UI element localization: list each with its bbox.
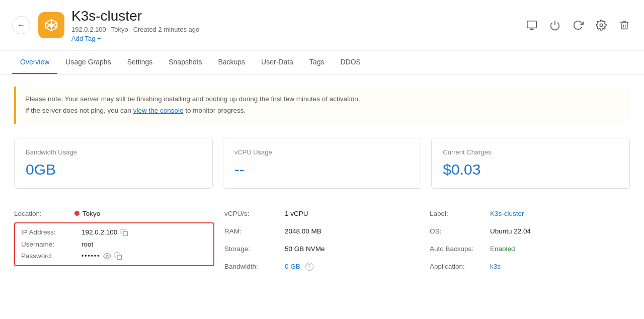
vcpu-label: vCPU Usage (234, 148, 410, 156)
info-col-3: Label: K3s-cluster OS: Ubuntu 22.04 Auto… (425, 205, 630, 276)
ip-label: IP Address: (21, 228, 82, 236)
console-link[interactable]: view the console (133, 107, 184, 114)
svg-line-4 (53, 26, 57, 28)
tab-ddos[interactable]: DDOS (332, 51, 368, 74)
show-password-icon[interactable] (103, 252, 111, 260)
svg-rect-11 (123, 231, 128, 236)
password-copy-icon[interactable] (114, 252, 122, 260)
svg-line-5 (53, 23, 57, 25)
charges-label: Current Charges (443, 148, 618, 156)
tab-backups[interactable]: Backups (210, 51, 253, 74)
os-value: Ubuntu 22.04 (490, 227, 531, 235)
charges-value: $0.03 (443, 161, 618, 178)
ram-row: RAM: 2048.00 MB (224, 222, 420, 240)
location-label: Location: (14, 210, 74, 217)
bandwidth-info-label: Bandwidth: (224, 263, 285, 270)
charges-card: Current Charges $0.03 (431, 138, 630, 189)
ip-copy-icon[interactable] (120, 228, 128, 236)
application-row: Application: k3s (430, 258, 625, 275)
bandwidth-card: Bandwidth Usage 0GB (14, 138, 213, 189)
bandwidth-help-icon[interactable]: ? (305, 263, 313, 271)
storage-row: Storage: 50 GB NVMe (224, 240, 420, 258)
ip-box: IP Address: 192.0.2.100 Username: root (14, 222, 214, 266)
refresh-button[interactable] (571, 18, 586, 33)
header-actions (524, 18, 632, 33)
bandwidth-link[interactable]: 0 GB (285, 263, 300, 270)
auto-backups-value[interactable]: Enabled (490, 245, 515, 253)
label-row: Label: K3s-cluster (430, 205, 625, 222)
server-created: Created 2 minutes ago (133, 26, 200, 33)
label-label: Label: (430, 210, 490, 217)
vcpu-card: vCPU Usage -- (223, 138, 422, 189)
back-button[interactable]: ← (12, 16, 30, 34)
username-label: Username: (21, 241, 82, 248)
application-label: Application: (430, 263, 490, 270)
password-row: Password: •••••• (21, 250, 207, 262)
server-meta: 192.0.2.100 Tokyo Created 2 minutes ago (71, 26, 524, 33)
vcpu-s-label: vCPU/s: (224, 210, 285, 217)
svg-point-10 (600, 24, 603, 27)
info-section: Location: Tokyo IP Address: 192.0.2.100 (14, 205, 630, 276)
auto-backups-label: Auto Backups: (430, 245, 490, 253)
ip-row: IP Address: 192.0.2.100 (21, 226, 207, 238)
page-header: ← K3s-cluster 192.0.2.100 Tokyo Created … (0, 0, 644, 51)
svg-rect-7 (527, 21, 536, 28)
server-ip: 192.0.2.100 (71, 26, 106, 33)
notice-text3: to monitor progress. (183, 107, 246, 114)
tab-snapshots[interactable]: Snapshots (160, 51, 210, 74)
server-location: Tokyo (111, 26, 128, 33)
stats-row: Bandwidth Usage 0GB vCPU Usage -- Curren… (14, 138, 630, 189)
ip-value: 192.0.2.100 (82, 228, 128, 236)
tab-user-data[interactable]: User-Data (253, 51, 301, 74)
auto-backups-row: Auto Backups: Enabled (430, 240, 625, 258)
tab-tags[interactable]: Tags (301, 51, 333, 74)
storage-label: Storage: (224, 245, 285, 253)
svg-point-0 (49, 23, 53, 27)
location-row: Location: Tokyo (14, 205, 214, 222)
os-label: OS: (430, 227, 490, 235)
location-dot (74, 211, 79, 216)
info-col-2: vCPU/s: 1 vCPU RAM: 2048.00 MB Storage: … (219, 205, 425, 276)
notice-banner: Please note: Your server may still be fi… (14, 87, 630, 124)
tab-bar: Overview Usage Graphs Settings Snapshots… (0, 51, 644, 74)
power-button[interactable] (547, 18, 562, 33)
notice-text1: Please note: Your server may still be fi… (25, 95, 360, 103)
username-value: root (82, 241, 93, 248)
server-info: K3s-cluster 192.0.2.100 Tokyo Created 2 … (71, 8, 524, 42)
application-value[interactable]: k3s (490, 263, 501, 270)
svg-line-3 (46, 23, 49, 25)
bandwidth-label: Bandwidth Usage (26, 148, 201, 156)
bandwidth-info-row: Bandwidth: 0 GB ? (224, 258, 420, 276)
notice-text2: If the server does not ping, you can (25, 107, 133, 114)
ip-text: 192.0.2.100 (82, 228, 117, 236)
server-icon (38, 12, 64, 38)
tab-usage-graphs[interactable]: Usage Graphs (57, 51, 119, 74)
bandwidth-value: 0GB (26, 161, 201, 178)
username-row: Username: root (21, 238, 207, 250)
info-col-1: Location: Tokyo IP Address: 192.0.2.100 (14, 205, 219, 276)
svg-line-6 (46, 26, 49, 28)
password-label: Password: (21, 252, 82, 260)
ram-label: RAM: (224, 227, 285, 235)
tab-settings[interactable]: Settings (119, 51, 161, 74)
add-tag-link[interactable]: Add Tag + (71, 35, 101, 42)
storage-value: 50 GB NVMe (285, 245, 325, 253)
vcpu-value: -- (234, 161, 410, 178)
console-button[interactable] (524, 18, 539, 33)
label-value[interactable]: K3s-cluster (490, 210, 524, 217)
location-value: Tokyo (74, 210, 100, 217)
delete-button[interactable] (617, 18, 632, 33)
tab-overview[interactable]: Overview (12, 51, 57, 74)
main-content: Please note: Your server may still be fi… (0, 74, 644, 288)
vcpu-s-value: 1 vCPU (285, 210, 308, 217)
bandwidth-info-value: 0 GB ? (285, 263, 313, 271)
password-dots: •••••• (82, 253, 100, 260)
vcpu-row: vCPU/s: 1 vCPU (224, 205, 420, 222)
location-text: Tokyo (83, 210, 100, 217)
os-row: OS: Ubuntu 22.04 (430, 222, 625, 240)
password-value: •••••• (82, 252, 122, 260)
ram-value: 2048.00 MB (285, 227, 321, 235)
svg-point-12 (106, 255, 108, 257)
svg-rect-13 (117, 255, 122, 260)
settings-button[interactable] (594, 18, 609, 33)
